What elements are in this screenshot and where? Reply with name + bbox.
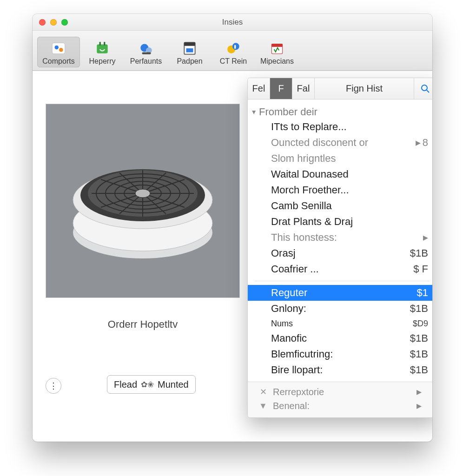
content-area: Orderr Hopetltv ⋮ Flead ✿❀ Munted Fel F …	[33, 71, 432, 442]
menu-item[interactable]: Coafrier ... $ F	[248, 261, 432, 277]
menu-item-label: Orasj	[271, 247, 296, 259]
menu-item[interactable]: Camb Senilla	[248, 198, 432, 214]
menu-item[interactable]: Morch Froether...	[248, 182, 432, 198]
toolbar-tab-perfaunts[interactable]: Perfaunts	[125, 37, 167, 67]
minimize-window-button[interactable]	[50, 19, 57, 26]
panel-footer: ✕ Rerrepxtorie ▸ ▼ Benenal: ▸	[248, 382, 432, 417]
menu-item-label: Blemficutring:	[271, 348, 333, 360]
titlebar: Insies	[33, 14, 432, 31]
submenu-arrow-icon: ▸	[423, 231, 428, 244]
search-icon	[421, 84, 430, 93]
comports-icon	[38, 40, 79, 57]
submenu-arrow-icon: ▸	[416, 137, 421, 149]
segment-label-1: Flead	[114, 379, 137, 390]
svg-point-1	[55, 46, 59, 50]
toolbar-label: Comports	[38, 57, 79, 66]
close-window-button[interactable]	[39, 19, 46, 26]
menu-item[interactable]: Drat Plants & Draj	[248, 214, 432, 230]
toolbar-tab-mipecians[interactable]: Mipecians	[256, 37, 298, 67]
menu-item-label: Ouncted disconent or	[271, 137, 368, 149]
menu-item[interactable]: Orasj $1B	[248, 245, 432, 261]
menu-item-trail: ▸ 8	[416, 137, 428, 149]
toolbar-tab-padpen[interactable]: Padpen	[168, 37, 211, 67]
segment-decoration-icon: ✿❀	[141, 380, 154, 390]
submenu-arrow-icon: ▸	[416, 400, 422, 412]
bottom-segmented-control[interactable]: Flead ✿❀ Munted	[107, 375, 196, 394]
footer-item-label: Rerrepxtorie	[268, 387, 416, 397]
svg-rect-16	[271, 44, 282, 46]
toolbar-tab-ctrein[interactable]: CT Rein	[212, 37, 255, 67]
svg-rect-8	[142, 53, 151, 54]
toolbar-label: Perfaunts	[126, 57, 166, 66]
svg-rect-11	[186, 48, 193, 53]
app-window: Insies Comports Heperry Perfaunts Padpen	[33, 14, 432, 442]
footer-item-label: Benenal:	[268, 401, 416, 411]
menu-item[interactable]: Bire llopart: $1B	[248, 362, 432, 378]
toolbar-label: Padpen	[169, 57, 210, 66]
toolbar-label: Heperry	[82, 57, 123, 66]
toolbar-tab-heperry[interactable]: Heperry	[81, 37, 124, 67]
svg-rect-14	[234, 45, 236, 49]
preview-caption: Orderr Hopetltv	[46, 318, 240, 331]
menu-item[interactable]: Waital Dounased	[248, 166, 432, 182]
section-header-fromber[interactable]: ▸ Fromber deir	[248, 104, 432, 119]
window-title: Insies	[222, 18, 243, 27]
menu-item-trail: $1B	[410, 303, 428, 315]
subheader-label: This honstess:	[271, 231, 337, 244]
panel-tabs: Fel F Fal Fign Hist	[248, 78, 432, 99]
panel-tab-fign-hist[interactable]: Fign Hist	[315, 78, 414, 99]
menu-item[interactable]: ITts to Replare...	[248, 119, 432, 135]
traffic-lights	[39, 19, 68, 26]
more-options-button[interactable]: ⋮	[46, 378, 61, 394]
svg-rect-10	[184, 42, 195, 46]
ellipsis-icon: ⋮	[49, 381, 58, 391]
menu-item-label: Camb Senilla	[271, 200, 332, 212]
menu-item[interactable]: Slom hrigntles	[248, 151, 432, 166]
svg-point-32	[135, 189, 150, 198]
menu-item-label: Morch Froether...	[271, 184, 349, 196]
panel-tab-f[interactable]: F	[270, 78, 292, 99]
toolbar-tab-comports[interactable]: Comports	[37, 37, 80, 67]
menu-item-label: Drat Plants & Draj	[271, 216, 353, 228]
panel-tab-fel[interactable]: Fel	[248, 78, 270, 99]
svg-rect-4	[99, 42, 101, 45]
menu-item[interactable]: Ouncted disconent or ▸ 8	[248, 135, 432, 151]
menu-item[interactable]: Blemficutring: $1B	[248, 346, 432, 362]
segment-label-2: Munted	[158, 379, 189, 390]
panel-search-button[interactable]	[414, 78, 432, 99]
toolbar-label: CT Rein	[213, 57, 254, 66]
menu-item[interactable]: Gnlony: $1B	[248, 301, 432, 317]
menu-item-trail: $1B	[410, 348, 428, 360]
menu-item-label: Coafrier ...	[271, 263, 319, 275]
perfaunts-icon	[126, 40, 166, 57]
footer-item-rerrepxtorie[interactable]: ✕ Rerrepxtorie ▸	[256, 385, 430, 399]
menu-item[interactable]: Manofic $1B	[248, 331, 432, 346]
panel-body: ▸ Fromber deir ITts to Replare... Ouncte…	[248, 99, 432, 382]
svg-point-2	[59, 48, 63, 52]
svg-rect-3	[97, 45, 107, 53]
ctrein-icon	[213, 40, 254, 57]
menu-item-trail: $1	[417, 287, 428, 299]
close-icon: ✕	[258, 387, 268, 397]
footer-item-benenal[interactable]: ▼ Benenal: ▸	[256, 399, 430, 413]
submenu-arrow-icon: ▸	[416, 386, 422, 398]
menu-item-trail: $D9	[413, 319, 428, 329]
menu-item-label: Bire llopart:	[271, 364, 323, 376]
svg-point-33	[422, 85, 427, 91]
menu-item-label: Reguter	[271, 287, 307, 299]
svg-rect-0	[52, 43, 65, 53]
svg-rect-5	[104, 42, 105, 45]
zoom-window-button[interactable]	[61, 19, 68, 26]
svg-line-34	[427, 90, 429, 93]
separator	[254, 281, 430, 281]
menu-item[interactable]: Nums $D9	[248, 317, 432, 331]
mipecians-icon	[257, 40, 298, 57]
preview-panel: Orderr Hopetltv	[46, 104, 240, 331]
menu-item-selected[interactable]: Reguter $1	[248, 285, 432, 301]
menu-item-trail: $1B	[410, 364, 428, 376]
menu-item-label: Nums	[271, 319, 293, 329]
menu-item-label: Gnlony:	[271, 303, 306, 315]
panel-tab-fal[interactable]: Fal	[292, 78, 315, 99]
heperry-icon	[82, 40, 123, 57]
chevron-down-icon: ▼	[258, 401, 268, 411]
